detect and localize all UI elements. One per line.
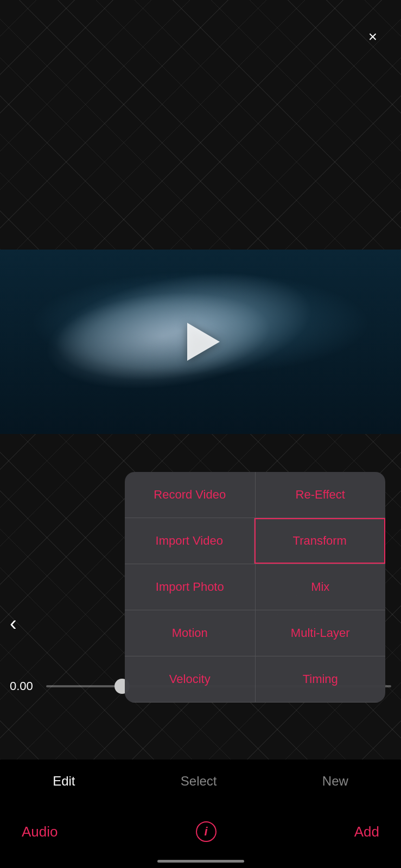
menu-item-velocity[interactable]: Velocity [125, 656, 256, 702]
menu-item-timing[interactable]: Timing [256, 656, 386, 702]
menu-item-multi-layer[interactable]: Multi-Layer [256, 610, 386, 656]
video-preview[interactable] [0, 250, 401, 434]
menu-row-3: Motion Multi-Layer [125, 610, 385, 656]
slider-value-label: 0.00 [10, 679, 40, 693]
menu-row-2: Import Photo Mix [125, 564, 385, 610]
bottom-tab-bar: Edit Select New [0, 768, 401, 794]
menu-item-import-photo[interactable]: Import Photo [125, 564, 256, 610]
tab-select[interactable]: Select [164, 768, 233, 794]
menu-item-transform[interactable]: Transform [254, 518, 386, 564]
play-button[interactable] [187, 323, 220, 361]
menu-row-4: Velocity Timing [125, 656, 385, 703]
menu-row-0: Record Video Re-Effect [125, 472, 385, 518]
menu-item-motion[interactable]: Motion [125, 610, 256, 656]
home-indicator [157, 860, 244, 863]
audio-button[interactable]: Audio [22, 824, 58, 840]
diamond-pattern-top [0, 0, 401, 250]
top-grid-area [0, 0, 401, 250]
menu-row-1: Import Video Transform [125, 518, 385, 564]
popup-menu: Record Video Re-Effect Import Video Tran… [125, 472, 385, 703]
add-button[interactable]: Add [354, 824, 379, 840]
info-icon: i [205, 825, 208, 839]
info-button[interactable]: i [196, 821, 217, 842]
tab-new[interactable]: New [306, 768, 365, 794]
tab-edit[interactable]: Edit [36, 768, 91, 794]
back-chevron-button[interactable]: ‹ [10, 613, 17, 634]
menu-item-re-effect[interactable]: Re-Effect [256, 472, 386, 518]
menu-item-import-video[interactable]: Import Video [125, 518, 254, 564]
menu-item-record-video[interactable]: Record Video [125, 472, 256, 518]
bottom-action-bar: Audio i Add [0, 821, 401, 842]
menu-item-mix[interactable]: Mix [256, 564, 386, 610]
close-button[interactable]: × [362, 26, 384, 48]
